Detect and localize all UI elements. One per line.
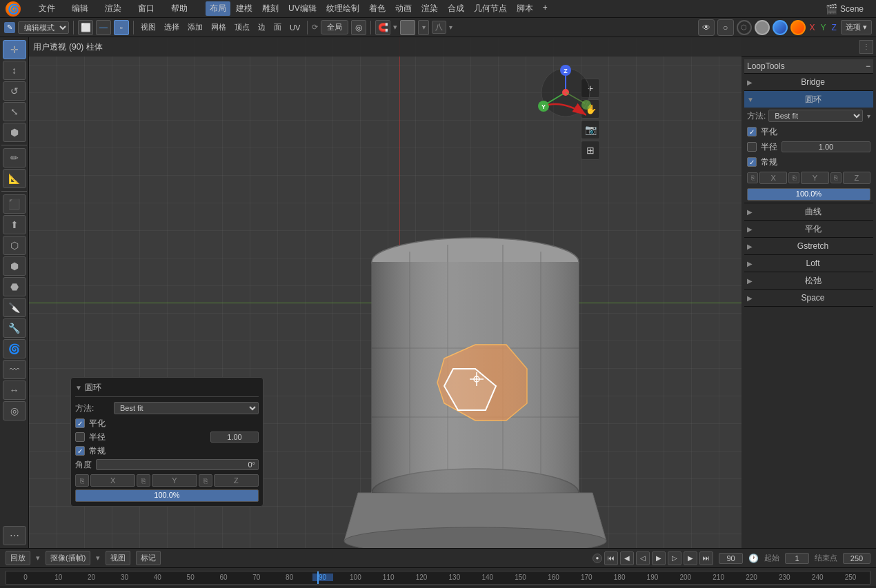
curve-row[interactable]: ▶ 曲线 <box>744 203 873 220</box>
snap-count-btn[interactable]: 八 <box>432 21 446 34</box>
material-shading[interactable] <box>773 20 788 35</box>
op-z-axis-btn[interactable]: Z <box>214 474 259 487</box>
skip-end-btn[interactable]: ⏭ <box>699 551 713 565</box>
menu-edit[interactable]: 编辑 <box>68 1 92 16</box>
ws-shading[interactable]: 着色 <box>365 1 390 16</box>
space-row[interactable]: ▶ Space <box>744 290 873 306</box>
menu-window[interactable]: 窗口 <box>134 1 159 16</box>
view-btn[interactable]: 视图 <box>106 551 130 565</box>
sidebar-shrink[interactable]: ◎ <box>3 401 26 420</box>
edge-mode-btn[interactable]: — <box>96 20 111 35</box>
step-back-btn[interactable]: ◀ <box>620 551 634 565</box>
op-z-copy-icon[interactable]: ⎘ <box>199 474 212 487</box>
ws-geonodes[interactable]: 几何节点 <box>470 1 511 16</box>
sidebar-add-cube[interactable]: ⬛ <box>3 194 26 214</box>
view-menu[interactable]: 视图 <box>138 21 159 34</box>
ws-render[interactable]: 渲染 <box>417 1 442 16</box>
gstretch-row[interactable]: ▶ Gstretch <box>744 238 873 254</box>
menu-render[interactable]: 渲染 <box>101 1 126 16</box>
sidebar-bottom-icon[interactable]: ⋯ <box>3 526 26 545</box>
ws-texture[interactable]: 纹理绘制 <box>322 1 364 16</box>
sidebar-bevel[interactable]: ⬢ <box>3 256 26 276</box>
quad-view-btn[interactable]: ⊞ <box>581 141 600 160</box>
sidebar-cursor[interactable]: ✛ <box>3 40 26 59</box>
x-axis-btn[interactable]: X <box>759 172 787 184</box>
marker-btn[interactable]: 标记 <box>136 551 161 565</box>
ws-uv[interactable]: UV编辑 <box>284 1 321 16</box>
vertex-mode-btn[interactable]: ⬜ <box>78 20 93 35</box>
op-x-axis-btn[interactable]: X <box>90 474 135 487</box>
mesh-menu[interactable]: 网格 <box>208 21 229 34</box>
sidebar-transform[interactable]: ⬢ <box>3 123 26 142</box>
ws-anim[interactable]: 动画 <box>391 1 416 16</box>
op-normal-checkbox[interactable]: ✓ <box>75 446 85 456</box>
op-y-axis-btn[interactable]: Y <box>152 474 197 487</box>
select-menu[interactable]: 选择 <box>161 21 182 34</box>
sidebar-extrude[interactable]: ⬆ <box>3 215 26 234</box>
op-y-copy-icon[interactable]: ⎘ <box>137 474 150 487</box>
relax-row[interactable]: ▶ 松弛 <box>744 272 873 289</box>
looptools-header[interactable]: LoopTools − <box>744 59 873 74</box>
color-dropdown[interactable]: ▾ <box>418 20 429 35</box>
op-angle-input[interactable] <box>96 459 259 470</box>
skip-start-btn[interactable]: ⏮ <box>604 551 618 565</box>
ws-sculpt[interactable]: 雕刻 <box>258 1 283 16</box>
op-radius-checkbox[interactable] <box>75 432 85 442</box>
z-copy-icon[interactable]: ⎘ <box>830 172 842 183</box>
color-btn[interactable] <box>400 20 415 35</box>
y-copy-icon[interactable]: ⎘ <box>788 172 799 183</box>
sidebar-rotate[interactable]: ↺ <box>3 81 26 101</box>
panel-expand-icon[interactable]: ⋮ <box>859 40 873 54</box>
play-btn[interactable]: ▶ <box>652 551 666 565</box>
next-keyframe-btn[interactable]: ▷ <box>668 551 681 565</box>
start-frame-input[interactable] <box>785 553 809 564</box>
sidebar-scale[interactable]: ⤡ <box>3 102 26 121</box>
ws-layout[interactable]: 布局 <box>206 1 230 16</box>
sidebar-measure[interactable]: 📐 <box>3 169 26 188</box>
gizmo-icon[interactable]: 👁 <box>698 19 715 36</box>
circle-method-select[interactable]: Best fit <box>768 110 863 122</box>
circle-row[interactable]: ▼ 圆环 <box>744 91 873 108</box>
sidebar-knife[interactable]: 🔪 <box>3 298 26 317</box>
viewport-3d[interactable]: 用户透视 (90) 柱体 <box>29 37 741 548</box>
influence-bar[interactable]: 100.0% <box>747 188 870 201</box>
global-btn[interactable]: 全局 <box>321 20 348 34</box>
op-influence-bar[interactable]: 100.0% <box>75 489 259 502</box>
sidebar-annotate[interactable]: ✏ <box>3 148 26 168</box>
wire-shading[interactable]: ⬡ <box>737 20 752 35</box>
sidebar-smooth[interactable]: 〰 <box>3 360 26 379</box>
sidebar-polybuild[interactable]: 🔧 <box>3 318 26 338</box>
sidebar-loopcut[interactable]: ⬣ <box>3 277 26 296</box>
add-menu[interactable]: 添加 <box>185 21 206 34</box>
op-method-select[interactable]: Best fit <box>114 402 259 414</box>
mode-dropdown[interactable]: 编辑模式 <box>18 21 69 34</box>
radius-input[interactable] <box>782 141 870 152</box>
options-btn[interactable]: 选项 ▾ <box>841 20 872 34</box>
op-smooth-checkbox[interactable]: ✓ <box>75 418 85 428</box>
menu-file[interactable]: 文件 <box>34 1 59 16</box>
vertex-menu[interactable]: 顶点 <box>232 21 252 34</box>
smooth-checkbox[interactable]: ✓ <box>747 127 757 136</box>
tn-90[interactable]: 90 <box>312 574 333 581</box>
z-axis-btn[interactable]: Z <box>843 172 870 184</box>
ws-add[interactable]: + <box>539 1 552 16</box>
flatten-row[interactable]: ▶ 平化 <box>744 221 873 237</box>
normal-checkbox[interactable]: ✓ <box>747 157 757 167</box>
playback-dropdown[interactable]: ▾ <box>36 554 40 562</box>
step-forward-btn[interactable]: ▶ <box>684 551 697 565</box>
timeline-track[interactable]: 0 10 20 30 40 50 60 70 80 90 100 110 120… <box>6 571 870 585</box>
frame-current-display[interactable]: 90 <box>719 553 743 564</box>
bridge-row[interactable]: ▶ Bridge <box>744 74 873 90</box>
sidebar-inset[interactable]: ⬡ <box>3 236 26 255</box>
op-panel-header[interactable]: ▼ 圆环 <box>75 382 259 397</box>
op-radius-input[interactable] <box>210 432 259 443</box>
menu-help[interactable]: 帮助 <box>167 1 192 16</box>
x-copy-icon[interactable]: ⎘ <box>747 172 758 183</box>
sidebar-spin[interactable]: 🌀 <box>3 339 26 358</box>
face-menu[interactable]: 面 <box>271 21 284 34</box>
uv-menu[interactable]: UV <box>287 22 303 33</box>
edge-menu[interactable]: 边 <box>255 21 268 34</box>
op-x-copy-icon[interactable]: ⎘ <box>75 474 89 487</box>
ws-compose[interactable]: 合成 <box>444 1 468 16</box>
snap-icon[interactable]: 🧲 <box>375 20 390 35</box>
